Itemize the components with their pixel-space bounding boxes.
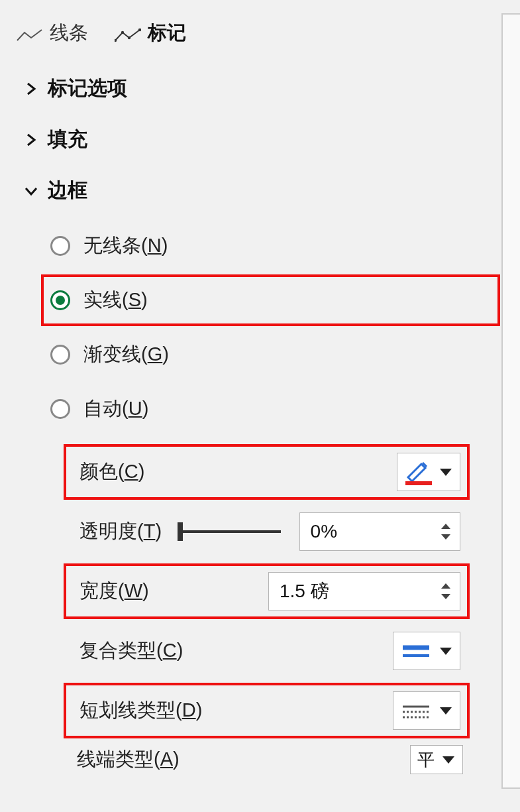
tab-marker-label: 标记 (148, 20, 186, 46)
svg-point-2 (128, 36, 130, 39)
chevron-down-icon (441, 534, 450, 540)
chevron-down-icon (441, 594, 450, 599)
line-chart-icon (17, 26, 43, 40)
transparency-value: 0% (311, 521, 337, 542)
sections: 标记选项 填充 边框 无线条(N) 实线(S) 渐变线(G) (0, 63, 520, 774)
tab-line[interactable]: 线条 (17, 20, 88, 46)
prop-compound-type: 复合类型(C) (64, 623, 470, 679)
border-line-type-group: 无线条(N) 实线(S) 渐变线(G) 自动(U) (24, 216, 496, 440)
section-fill-label: 填充 (48, 126, 87, 153)
width-value: 1.5 磅 (280, 579, 329, 604)
tab-line-label: 线条 (50, 20, 88, 46)
slider-thumb[interactable] (178, 522, 183, 541)
chevron-down-icon (442, 756, 454, 764)
radio-gradient-line[interactable]: 渐变线(G) (41, 329, 500, 380)
spinner-buttons[interactable] (437, 524, 454, 540)
radio-auto[interactable]: 自动(U) (41, 383, 500, 435)
chevron-down-icon (440, 648, 452, 655)
format-tabs: 线条 标记 (0, 13, 520, 63)
dash-line-icon (400, 699, 432, 723)
prop-color-label: 颜色(C) (73, 459, 144, 485)
radio-gradient-line-label: 渐变线(G) (83, 341, 169, 368)
width-input[interactable]: 1.5 磅 (268, 572, 460, 610)
prop-transparency: 透明度(T) 0% (64, 504, 470, 559)
dash-type-dropdown[interactable] (393, 691, 460, 730)
compound-type-dropdown[interactable] (393, 632, 460, 670)
section-fill[interactable]: 填充 (24, 114, 496, 165)
prop-transparency-label: 透明度(T) (73, 518, 162, 545)
chevron-up-icon (441, 524, 450, 529)
radio-icon (50, 345, 70, 365)
section-marker-options-label: 标记选项 (48, 75, 127, 102)
prop-dash-type: 短划线类型(D) (64, 683, 470, 738)
section-border[interactable]: 边框 (24, 165, 496, 216)
svg-rect-4 (405, 481, 432, 485)
spinner-buttons[interactable] (437, 583, 454, 599)
chevron-right-icon (24, 82, 38, 96)
marker-chart-icon (115, 26, 141, 40)
chevron-down-icon (440, 469, 452, 476)
radio-no-line[interactable]: 无线条(N) (41, 220, 500, 272)
prop-compound-label: 复合类型(C) (73, 638, 183, 664)
radio-icon (50, 399, 70, 419)
cap-type-dropdown[interactable]: 平 (410, 745, 463, 774)
chevron-right-icon (24, 133, 38, 147)
prop-cap-type: 线端类型(A) 平 (24, 742, 496, 774)
radio-auto-label: 自动(U) (83, 396, 148, 422)
prop-color: 颜色(C) (64, 444, 470, 500)
pane-right-edge (501, 13, 520, 789)
prop-width: 宽度(W) 1.5 磅 (64, 563, 470, 619)
pen-color-icon (404, 459, 433, 485)
section-marker-options[interactable]: 标记选项 (24, 63, 496, 114)
prop-cap-label: 线端类型(A) (70, 746, 180, 773)
color-picker-button[interactable] (397, 453, 460, 491)
cap-type-value: 平 (417, 748, 435, 772)
svg-point-1 (121, 31, 124, 34)
radio-no-line-label: 无线条(N) (83, 233, 168, 259)
radio-solid-line[interactable]: 实线(S) (41, 274, 500, 326)
chevron-up-icon (441, 583, 450, 589)
transparency-slider[interactable] (180, 530, 281, 533)
section-border-label: 边框 (48, 177, 87, 204)
transparency-input[interactable]: 0% (299, 512, 460, 551)
tab-marker[interactable]: 标记 (115, 20, 186, 46)
prop-dash-label: 短划线类型(D) (73, 697, 202, 724)
compound-line-icon (400, 639, 432, 663)
radio-icon (50, 290, 70, 310)
radio-icon (50, 236, 70, 256)
format-pane: 线条 标记 标记选项 填充 边框 (0, 0, 520, 812)
prop-width-label: 宽度(W) (73, 578, 149, 605)
chevron-down-icon (440, 707, 452, 715)
chevron-down-icon (24, 184, 38, 198)
border-properties: 颜色(C) 透明度(T) (24, 444, 496, 738)
radio-solid-line-label: 实线(S) (83, 287, 148, 314)
